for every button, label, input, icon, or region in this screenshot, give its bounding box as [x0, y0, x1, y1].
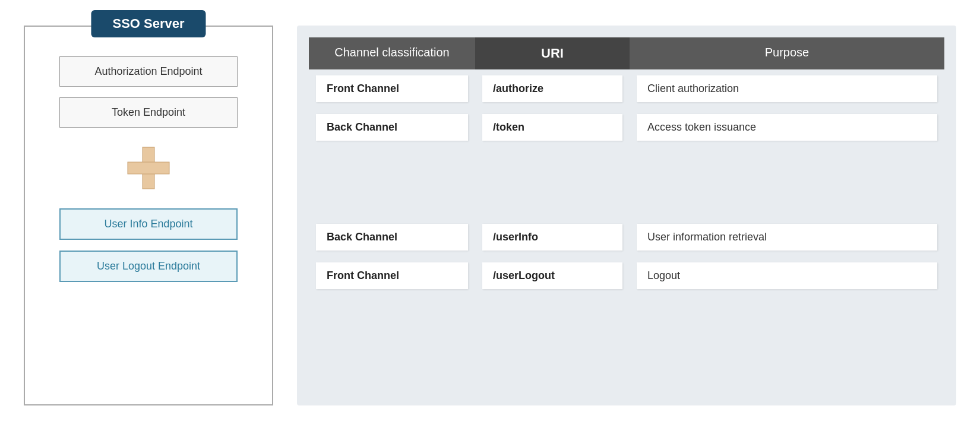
row1-channel: Front Channel — [309, 69, 475, 108]
col-header-purpose: Purpose — [630, 37, 944, 69]
sso-title: SSO Server — [91, 10, 206, 37]
row3-purpose-spacer — [630, 147, 944, 218]
row5-purpose: Logout — [630, 256, 944, 295]
row5-channel: Front Channel — [309, 256, 475, 295]
user-info-endpoint: User Info Endpoint — [59, 208, 238, 240]
col-header-channel: Channel classification — [309, 37, 475, 69]
col-header-uri: URI — [475, 37, 630, 69]
row1-uri: /authorize — [475, 69, 630, 108]
svg-rect-1 — [128, 162, 169, 174]
table-grid: Channel classification URI Purpose Front… — [309, 37, 944, 295]
user-logout-endpoint: User Logout Endpoint — [59, 251, 238, 282]
table-panel: Channel classification URI Purpose Front… — [297, 26, 956, 405]
row2-uri: /token — [475, 108, 630, 147]
row2-channel: Back Channel — [309, 108, 475, 147]
row2-purpose: Access token issuance — [630, 108, 944, 147]
token-endpoint: Token Endpoint — [59, 97, 238, 128]
sso-panel: SSO Server Authorization Endpoint Token … — [24, 26, 273, 405]
row4-channel: Back Channel — [309, 218, 475, 256]
row1-purpose: Client authorization — [630, 69, 944, 108]
row5-uri: /userLogout — [475, 256, 630, 295]
row4-uri: /userInfo — [475, 218, 630, 256]
authorization-endpoint: Authorization Endpoint — [59, 56, 238, 87]
row4-purpose: User information retrieval — [630, 218, 944, 256]
plus-icon — [125, 144, 172, 192]
row3-uri-spacer — [475, 147, 630, 218]
row3-channel-spacer — [309, 147, 475, 218]
